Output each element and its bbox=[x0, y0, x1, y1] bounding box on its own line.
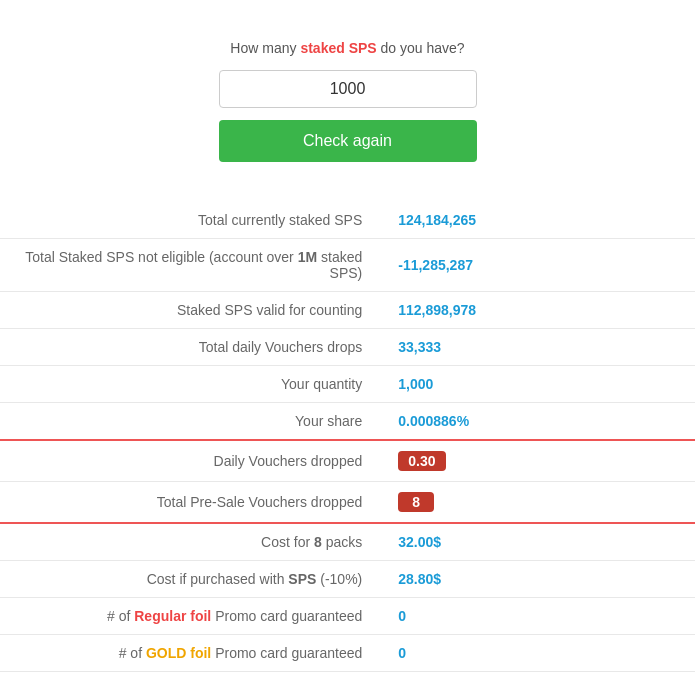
row-value: 0 bbox=[382, 598, 695, 635]
row-value: 0.000886% bbox=[382, 403, 695, 441]
table-row: Daily Vouchers dropped0.30 bbox=[0, 440, 695, 482]
row-value: 32.00$ bbox=[382, 523, 695, 561]
row-label: Your quantity bbox=[0, 366, 382, 403]
row-label: Cost if purchased with SPS (-10%) bbox=[0, 561, 382, 598]
row-label: Total Pre-Sale Vouchers dropped bbox=[0, 482, 382, 524]
stats-table: Total currently staked SPS124,184,265Tot… bbox=[0, 202, 695, 672]
table-row: # of Regular foil Promo card guaranteed0 bbox=[0, 598, 695, 635]
table-row: Total Staked SPS not eligible (account o… bbox=[0, 239, 695, 292]
row-label: Daily Vouchers dropped bbox=[0, 440, 382, 482]
row-label: # of Regular foil Promo card guaranteed bbox=[0, 598, 382, 635]
row-label: # of GOLD foil Promo card guaranteed bbox=[0, 635, 382, 672]
row-label: Total Staked SPS not eligible (account o… bbox=[0, 239, 382, 292]
row-value: 0 bbox=[382, 635, 695, 672]
row-label: Cost for 8 packs bbox=[0, 523, 382, 561]
table-row: Total Pre-Sale Vouchers dropped8 bbox=[0, 482, 695, 524]
table-row: # of GOLD foil Promo card guaranteed0 bbox=[0, 635, 695, 672]
value-badge: 0.30 bbox=[398, 451, 445, 471]
table-row: Your share0.000886% bbox=[0, 403, 695, 441]
row-label: Total daily Vouchers drops bbox=[0, 329, 382, 366]
top-section: How many staked SPS do you have? Check a… bbox=[0, 20, 695, 192]
question-label: How many staked SPS do you have? bbox=[230, 40, 464, 56]
table-row: Total currently staked SPS124,184,265 bbox=[0, 202, 695, 239]
row-label: Staked SPS valid for counting bbox=[0, 292, 382, 329]
row-value: -11,285,287 bbox=[382, 239, 695, 292]
row-value: 33,333 bbox=[382, 329, 695, 366]
table-row: Your quantity1,000 bbox=[0, 366, 695, 403]
table-row: Staked SPS valid for counting112,898,978 bbox=[0, 292, 695, 329]
row-value: 28.80$ bbox=[382, 561, 695, 598]
row-label: Total currently staked SPS bbox=[0, 202, 382, 239]
value-badge: 8 bbox=[398, 492, 434, 512]
table-row: Total daily Vouchers drops33,333 bbox=[0, 329, 695, 366]
row-value: 124,184,265 bbox=[382, 202, 695, 239]
row-label: Your share bbox=[0, 403, 382, 441]
staked-input[interactable] bbox=[219, 70, 477, 108]
row-value: 8 bbox=[382, 482, 695, 524]
row-value: 112,898,978 bbox=[382, 292, 695, 329]
check-again-button[interactable]: Check again bbox=[219, 120, 477, 162]
staked-text: staked bbox=[300, 40, 344, 56]
table-row: Cost for 8 packs32.00$ bbox=[0, 523, 695, 561]
table-row: Cost if purchased with SPS (-10%)28.80$ bbox=[0, 561, 695, 598]
row-value: 0.30 bbox=[382, 440, 695, 482]
sps-text: SPS bbox=[349, 40, 377, 56]
row-value: 1,000 bbox=[382, 366, 695, 403]
